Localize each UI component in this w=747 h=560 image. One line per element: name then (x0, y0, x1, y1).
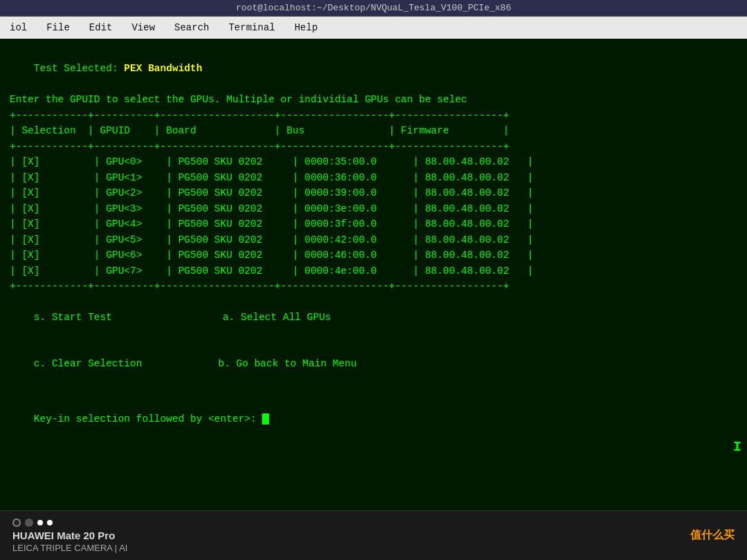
divider-bot: +------------+----------+---------------… (10, 279, 737, 294)
dot-3 (37, 520, 43, 525)
right-edge-marker: I (733, 439, 741, 455)
menu-view[interactable]: View (122, 19, 165, 36)
camera-badge: 值什么买 (690, 528, 735, 543)
gpu-row: | [X] | GPU<4> | PG500 SKU 0202 | 0000:3… (10, 216, 737, 232)
gpu-table-body: | [X] | GPU<0> | PG500 SKU 0202 | 0000:3… (10, 154, 737, 279)
gpu-row: | [X] | GPU<3> | PG500 SKU 0202 | 0000:3… (10, 201, 737, 216)
gpu-row: | [X] | GPU<6> | PG500 SKU 0202 | 0000:4… (10, 248, 737, 263)
title-text: root@localhost:~/Desktop/NVQuaL_Tesla_V1… (236, 3, 511, 13)
test-selected-line: Test Selected: PEX Bandwidth (10, 46, 737, 92)
cursor (262, 413, 269, 424)
prompt-line[interactable]: Key-in selection followed by <enter>: (10, 395, 737, 442)
gpu-row: | [X] | GPU<0> | PG500 SKU 0202 | 0000:3… (10, 154, 737, 169)
menu-search[interactable]: Search (165, 19, 219, 36)
dot-4 (47, 520, 53, 525)
menu-iol[interactable]: iol (0, 19, 37, 36)
divider-top: +------------+----------+---------------… (10, 108, 737, 123)
camera-dots (12, 519, 127, 527)
menu-terminal[interactable]: Terminal (219, 19, 284, 36)
terminal[interactable]: Test Selected: PEX Bandwidth Enter the G… (0, 39, 747, 510)
dot-2 (25, 519, 33, 527)
divider-mid: +------------+----------+---------------… (10, 139, 737, 154)
gpu-row: | [X] | GPU<1> | PG500 SKU 0202 | 0000:3… (10, 170, 737, 185)
dot-1 (12, 519, 21, 527)
titlebar: root@localhost:~/Desktop/NVQuaL_Tesla_V1… (0, 0, 747, 17)
camera-sub: LEICA TRIPLE CAMERA | AI (12, 543, 127, 553)
camera-brand: HUAWEI Mate 20 Pro (12, 530, 127, 541)
menu-edit[interactable]: Edit (80, 19, 122, 36)
menubar: iol File Edit View Search Terminal Help (0, 17, 747, 39)
menu-help[interactable]: Help (285, 19, 328, 36)
gpu-row: | [X] | GPU<2> | PG500 SKU 0202 | 0000:3… (10, 185, 737, 200)
camera-bar: HUAWEI Mate 20 Pro LEICA TRIPLE CAMERA |… (0, 510, 747, 560)
enter-gpu-line: Enter the GPUID to select the GPUs. Mult… (10, 92, 737, 107)
menu-line1: s. Start Testa. Select All GPUs (10, 295, 737, 341)
menu-file[interactable]: File (37, 19, 80, 36)
camera-info: HUAWEI Mate 20 Pro LEICA TRIPLE CAMERA |… (12, 519, 127, 553)
col-header: | Selection | GPUID | Board | Bus | Firm… (10, 123, 737, 138)
gpu-row: | [X] | GPU<7> | PG500 SKU 0202 | 0000:4… (10, 263, 737, 279)
gpu-row: | [X] | GPU<5> | PG500 SKU 0202 | 0000:4… (10, 232, 737, 248)
menu-line2: c. Clear Selectionb. Go back to Main Men… (10, 341, 737, 387)
